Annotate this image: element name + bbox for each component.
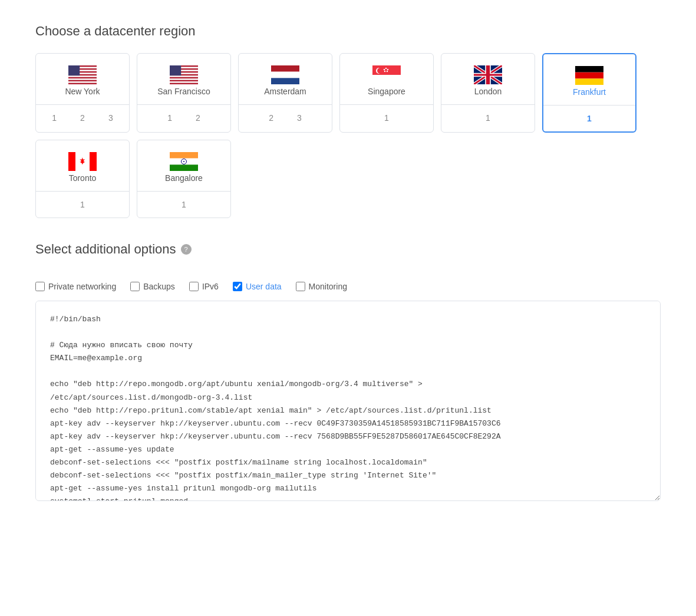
- datacenter-heading: Choose a datacenter region: [35, 24, 661, 39]
- checkbox-monitoring[interactable]: [296, 282, 305, 291]
- svg-rect-40: [68, 75, 97, 77]
- checkbox-label-ipv6: IPv6: [202, 282, 219, 291]
- svg-point-63: [384, 71, 385, 72]
- checkbox-item-backups[interactable]: Backups: [130, 282, 175, 291]
- checkbox-ipv6[interactable]: [189, 282, 199, 291]
- flag-toronto: ✦: [68, 152, 97, 173]
- svg-point-61: [387, 69, 388, 70]
- region-name-san-francisco: San Francisco: [157, 87, 210, 96]
- checkbox-label-private-networking: Private networking: [48, 282, 116, 291]
- svg-rect-74: [575, 73, 603, 79]
- region-num-toronto-1[interactable]: 1: [77, 199, 88, 210]
- svg-rect-75: [575, 78, 603, 85]
- svg-rect-56: [372, 75, 401, 84]
- region-num-new-york-1[interactable]: 1: [48, 112, 60, 124]
- checkbox-backups[interactable]: [130, 282, 140, 291]
- svg-point-59: [384, 69, 385, 70]
- svg-rect-50: [170, 81, 198, 83]
- region-card-london[interactable]: London1: [441, 53, 535, 133]
- checkbox-private-networking[interactable]: [35, 282, 45, 291]
- region-name-amsterdam: Amsterdam: [264, 87, 306, 96]
- region-num-san-francisco-2[interactable]: 2: [192, 112, 204, 124]
- svg-rect-72: [474, 74, 502, 75]
- svg-rect-52: [271, 65, 299, 72]
- svg-rect-42: [68, 81, 97, 83]
- region-num-amsterdam-2[interactable]: 2: [265, 112, 277, 124]
- svg-rect-78: [90, 152, 97, 171]
- region-num-new-york-2[interactable]: 2: [77, 112, 88, 124]
- region-name-frankfurt: Frankfurt: [573, 87, 606, 97]
- region-name-london: London: [474, 87, 502, 96]
- svg-rect-54: [271, 78, 299, 84]
- svg-point-85: [183, 161, 184, 162]
- checkbox-item-user-data[interactable]: User data: [233, 282, 282, 291]
- checkbox-item-private-networking[interactable]: Private networking: [35, 282, 116, 291]
- region-card-bangalore[interactable]: Bangalore1: [137, 140, 231, 218]
- svg-point-62: [387, 71, 388, 72]
- svg-rect-73: [575, 66, 603, 73]
- flag-singapore: [372, 65, 401, 87]
- region-num-amsterdam-3[interactable]: 3: [293, 112, 305, 124]
- region-num-bangalore-1[interactable]: 1: [178, 199, 190, 210]
- checkbox-user-data[interactable]: [233, 282, 242, 291]
- user-data-textarea[interactable]: [35, 301, 661, 501]
- region-card-frankfurt[interactable]: Frankfurt1: [542, 53, 636, 133]
- svg-rect-81: [170, 152, 198, 159]
- region-num-san-francisco-1[interactable]: 1: [164, 112, 176, 124]
- svg-rect-77: [68, 152, 75, 171]
- region-num-singapore-1[interactable]: 1: [381, 112, 392, 124]
- checkbox-label-backups: Backups: [143, 282, 175, 291]
- region-grid: New York123 San Francisco12 Amsterdam23 …: [35, 53, 661, 218]
- region-name-toronto: Toronto: [69, 173, 97, 183]
- svg-point-60: [385, 68, 387, 69]
- checkboxes-row: Private networkingBackupsIPv6User dataMo…: [35, 282, 661, 291]
- options-section: Select additional options ? Private netw…: [35, 242, 661, 503]
- svg-rect-48: [170, 75, 198, 77]
- svg-rect-51: [170, 65, 181, 75]
- svg-rect-83: [170, 164, 198, 171]
- svg-point-58: [377, 68, 383, 74]
- region-num-london-1[interactable]: 1: [482, 112, 494, 124]
- svg-rect-41: [68, 78, 97, 80]
- region-num-frankfurt-1[interactable]: 1: [583, 113, 595, 124]
- checkbox-item-ipv6[interactable]: IPv6: [189, 282, 219, 291]
- flag-san-francisco: [170, 65, 198, 87]
- flag-london: [474, 65, 502, 87]
- region-name-new-york: New York: [65, 87, 100, 96]
- region-name-singapore: Singapore: [368, 87, 405, 96]
- region-num-new-york-3[interactable]: 3: [105, 112, 117, 124]
- checkbox-label-monitoring: Monitoring: [309, 282, 347, 291]
- checkbox-label-user-data: User data: [246, 282, 282, 291]
- region-name-bangalore: Bangalore: [165, 173, 203, 183]
- options-heading: Select additional options ?: [35, 242, 661, 257]
- help-icon[interactable]: ?: [181, 244, 192, 255]
- flag-amsterdam: [271, 65, 299, 87]
- region-card-singapore[interactable]: Singapore1: [339, 53, 434, 133]
- region-card-new-york[interactable]: New York123: [35, 53, 130, 133]
- flag-new-york: [68, 65, 97, 87]
- region-card-san-francisco[interactable]: San Francisco12: [137, 53, 231, 133]
- flag-frankfurt: [575, 66, 603, 87]
- svg-rect-49: [170, 78, 198, 80]
- region-card-amsterdam[interactable]: Amsterdam23: [238, 53, 332, 133]
- svg-rect-43: [68, 65, 80, 75]
- region-card-toronto[interactable]: ✦ Toronto1: [35, 140, 130, 218]
- flag-bangalore: [170, 152, 198, 173]
- checkbox-item-monitoring[interactable]: Monitoring: [296, 282, 347, 291]
- svg-rect-53: [271, 72, 299, 78]
